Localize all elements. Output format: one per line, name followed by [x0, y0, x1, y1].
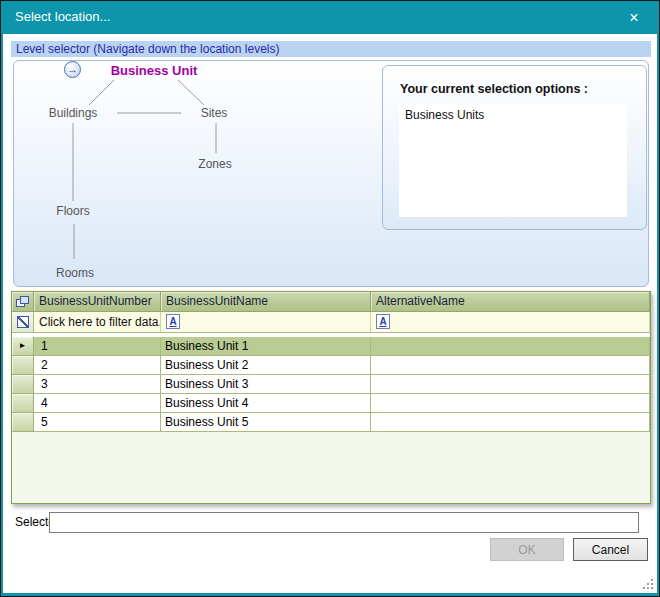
row-indicator [12, 356, 34, 375]
options-list: Business Units [399, 104, 627, 217]
resize-grip[interactable] [641, 577, 653, 589]
table-row[interactable]: 5 Business Unit 5 [12, 413, 650, 432]
window-title: Select location... [15, 9, 110, 24]
row-indicator [12, 375, 34, 394]
cell-alternative [371, 337, 650, 356]
diagram-node-buildings[interactable]: Buildings [49, 106, 98, 120]
cell-name: Business Unit 3 [161, 375, 371, 394]
diagram-node-rooms[interactable]: Rooms [56, 266, 94, 280]
filter-cell-alternative[interactable]: A [371, 312, 650, 332]
cell-alternative [371, 394, 650, 413]
level-selector-header: Level selector (Navigate down the locati… [11, 41, 651, 57]
filter-icon [17, 316, 29, 328]
navigate-arrow-icon[interactable]: → [64, 61, 81, 78]
cell-alternative [371, 356, 650, 375]
list-item[interactable]: Business Units [399, 104, 627, 124]
grid-customize-icon [16, 296, 29, 308]
cell-alternative [371, 375, 650, 394]
ok-button[interactable]: OK [490, 538, 564, 561]
row-indicator-icon: ► [12, 337, 34, 356]
grid-empty-area [12, 432, 650, 503]
filter-condition-icon[interactable]: A [376, 314, 390, 329]
row-indicator [12, 413, 34, 432]
cell-number: 5 [34, 413, 161, 432]
filter-row-button[interactable] [12, 312, 34, 332]
cell-number: 1 [34, 337, 161, 356]
table-row[interactable]: 2 Business Unit 2 [12, 356, 650, 375]
column-header-businessunitnumber[interactable]: BusinessUnitNumber [34, 292, 161, 312]
table-row[interactable]: ► 1 Business Unit 1 [12, 337, 650, 356]
cell-number: 4 [34, 394, 161, 413]
diagram-node-zones[interactable]: Zones [198, 157, 231, 171]
titlebar[interactable]: Select location... × [1, 1, 659, 34]
current-selection-options-panel: Your current selection options : Busines… [382, 65, 647, 230]
selected-input[interactable] [49, 512, 639, 533]
diagram-node-floors[interactable]: Floors [56, 204, 89, 218]
filter-condition-icon[interactable]: A [166, 314, 180, 329]
row-indicator [12, 394, 34, 413]
table-row[interactable]: 3 Business Unit 3 [12, 375, 650, 394]
cell-name: Business Unit 5 [161, 413, 371, 432]
cell-name: Business Unit 2 [161, 356, 371, 375]
grid-header-row: BusinessUnitNumber BusinessUnitName Alte… [12, 292, 650, 312]
cell-name: Business Unit 1 [161, 337, 371, 356]
cell-number: 2 [34, 356, 161, 375]
level-selector-label: Level selector (Navigate down the locati… [16, 42, 279, 56]
cell-alternative [371, 413, 650, 432]
cancel-button[interactable]: Cancel [573, 538, 648, 561]
options-panel-title: Your current selection options : [400, 82, 588, 96]
diagram-node-business-unit[interactable]: Business Unit [111, 63, 198, 78]
table-row[interactable]: 4 Business Unit 4 [12, 394, 650, 413]
grid-filter-row: Click here to filter data... A A [12, 312, 650, 333]
cell-number: 3 [34, 375, 161, 394]
diagram-node-sites[interactable]: Sites [201, 106, 228, 120]
filter-cell-number[interactable]: Click here to filter data... [34, 312, 161, 332]
close-icon[interactable]: × [617, 4, 651, 31]
grid-customize-button[interactable] [12, 292, 34, 312]
locations-grid: BusinessUnitNumber BusinessUnitName Alte… [11, 291, 651, 504]
column-header-alternativename[interactable]: AlternativeName [371, 292, 650, 312]
column-header-businessunitname[interactable]: BusinessUnitName [161, 292, 371, 312]
select-location-dialog: Select location... × Level selector (Nav… [0, 0, 660, 597]
cell-name: Business Unit 4 [161, 394, 371, 413]
filter-cell-name[interactable]: A [161, 312, 371, 332]
